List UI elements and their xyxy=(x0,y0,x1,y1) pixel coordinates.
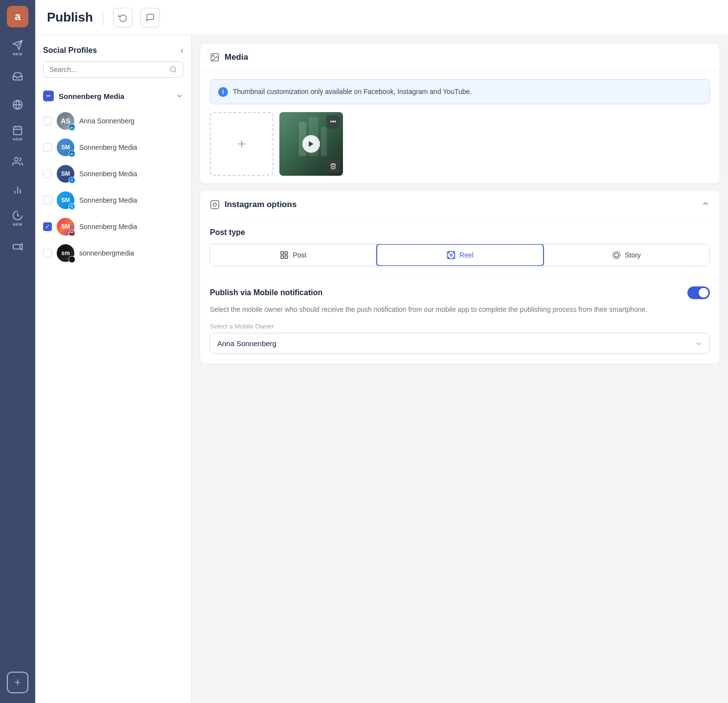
panel-collapse-button[interactable]: ‹ xyxy=(181,45,183,55)
sidebar-item-audience[interactable] xyxy=(5,149,30,174)
svg-rect-20 xyxy=(321,127,327,156)
social-profiles-panel: Social Profiles ‹ − Sonnenberg Media xyxy=(35,35,192,703)
profile-name: Sonnenberg Media xyxy=(79,223,137,231)
group-collapse-button[interactable]: − xyxy=(43,91,54,101)
history-button[interactable] xyxy=(113,8,133,27)
media-card: Media i Thumbnail customization only ava… xyxy=(200,43,720,184)
post-type-section: Post type Post xyxy=(200,219,720,266)
sidebar-item-new-badge: NEW xyxy=(13,52,23,56)
profile-checkbox-2[interactable] xyxy=(43,143,52,152)
profile-checkbox-1[interactable] xyxy=(43,117,52,125)
mobile-notification-toggle[interactable] xyxy=(687,286,710,299)
account-group: − Sonnenberg Media AS in Anna Sonn xyxy=(35,86,191,266)
sidebar-item-video[interactable] xyxy=(5,234,30,259)
profile-name: sonnenbergmedia xyxy=(79,249,134,257)
post-type-reel-button[interactable]: Reel xyxy=(376,244,544,266)
list-item[interactable]: sm ♪ sonnenbergmedia xyxy=(43,240,183,266)
list-item[interactable]: SM in Sonnenberg Media xyxy=(43,135,183,160)
svg-point-32 xyxy=(448,257,449,258)
profile-checkbox-4[interactable] xyxy=(43,196,52,205)
network-badge-linkedin: in xyxy=(68,150,75,157)
grid-icon xyxy=(280,251,289,259)
analytics-icon xyxy=(12,185,23,195)
sidebar-item-calendar[interactable]: NEW xyxy=(5,120,30,146)
avatar: AS in xyxy=(57,112,74,130)
trash-icon xyxy=(330,163,337,169)
instagram-options-card: Instagram options Post type xyxy=(200,190,720,364)
list-item[interactable]: SM 𝕏 Sonnenberg Media xyxy=(43,187,183,213)
media-play-button[interactable] xyxy=(302,135,320,153)
list-item[interactable]: AS in Anna Sonnenberg xyxy=(43,108,183,134)
post-type-story-button[interactable]: Story xyxy=(544,244,709,266)
content-area: Social Profiles ‹ − Sonnenberg Media xyxy=(35,35,728,703)
media-top-bar: ••• xyxy=(326,115,340,129)
video-icon xyxy=(12,241,23,252)
network-badge-twitter: 𝕏 xyxy=(68,203,75,210)
instagram-icon xyxy=(210,200,220,210)
sidebar-item-search[interactable] xyxy=(5,92,30,117)
avatar: SM 📸 xyxy=(57,218,74,235)
group-name: Sonnenberg Media xyxy=(59,92,171,100)
svg-marker-21 xyxy=(309,141,313,147)
svg-rect-26 xyxy=(281,256,284,258)
svg-point-29 xyxy=(450,254,453,257)
profile-name: Sonnenberg Media xyxy=(79,143,137,151)
profile-checkbox-3[interactable] xyxy=(43,169,52,178)
mobile-owner-select[interactable]: Anna Sonnenberg xyxy=(210,333,710,354)
sidebar-item-new[interactable]: NEW xyxy=(5,35,30,61)
network-badge-instagram: 📸 xyxy=(68,230,75,236)
media-delete-button[interactable] xyxy=(326,159,340,173)
right-panel: Media i Thumbnail customization only ava… xyxy=(192,35,728,703)
list-item[interactable]: SM f Sonnenberg Media xyxy=(43,161,183,187)
instagram-card-title: Instagram options xyxy=(225,200,296,210)
profile-checkbox-6[interactable] xyxy=(43,249,52,258)
toggle-thumb xyxy=(699,288,708,298)
sidebar-item-reports[interactable]: NEW xyxy=(5,206,30,231)
globe-icon xyxy=(12,99,23,110)
profile-list: AS in Anna Sonnenberg SM in Sonnenberg M… xyxy=(43,106,183,266)
mobile-owner-label: Select a Mobile Owner xyxy=(210,323,710,330)
panel-title: Social Profiles xyxy=(43,46,97,55)
comments-icon xyxy=(146,13,155,22)
history-icon xyxy=(118,13,127,22)
search-input[interactable] xyxy=(49,66,165,73)
svg-point-8 xyxy=(15,158,18,161)
svg-rect-25 xyxy=(285,252,288,254)
network-badge-linkedin: in xyxy=(68,124,75,131)
post-type-label: Post type xyxy=(200,228,720,237)
account-group-header[interactable]: − Sonnenberg Media xyxy=(43,86,183,106)
sidebar-item-analytics[interactable] xyxy=(5,177,30,203)
svg-rect-27 xyxy=(285,256,288,258)
main-content: Publish Social Profiles ‹ xyxy=(35,0,728,703)
chevron-down-icon xyxy=(695,340,703,348)
profile-checkbox-5[interactable] xyxy=(43,222,52,231)
svg-point-13 xyxy=(170,67,176,72)
media-more-button[interactable]: ••• xyxy=(326,115,340,129)
dashboard-icon xyxy=(12,210,23,221)
svg-rect-12 xyxy=(13,244,20,249)
mobile-notif-description: Select the mobile owner who should recei… xyxy=(210,304,710,315)
svg-rect-28 xyxy=(448,252,455,259)
profile-name: Sonnenberg Media xyxy=(79,196,137,204)
post-type-post-button[interactable]: Post xyxy=(210,244,377,266)
mobile-notif-header: Publish via Mobile notification xyxy=(210,286,710,299)
search-box xyxy=(43,61,183,78)
comments-button[interactable] xyxy=(140,8,160,27)
mobile-notif-title: Publish via Mobile notification xyxy=(210,288,322,297)
sidebar-item-inbox[interactable] xyxy=(5,64,30,89)
media-card-title: Media xyxy=(225,52,248,62)
calendar-icon xyxy=(12,125,23,136)
media-card-body: i Thumbnail customization only available… xyxy=(200,71,720,184)
post-type-selector: Post Reel xyxy=(210,244,710,266)
reel-icon xyxy=(447,251,455,259)
app-logo[interactable]: a xyxy=(7,6,28,27)
sidebar-add-button[interactable]: + xyxy=(7,672,28,693)
instagram-collapse-button[interactable] xyxy=(701,199,710,210)
svg-point-31 xyxy=(453,252,454,253)
sidebar-item-reports-badge: NEW xyxy=(13,222,23,227)
list-item[interactable]: SM 📸 Sonnenberg Media xyxy=(43,214,183,239)
avatar: SM in xyxy=(57,139,74,156)
selected-owner: Anna Sonnenberg xyxy=(217,339,276,348)
media-add-button[interactable]: + xyxy=(210,112,273,176)
svg-point-33 xyxy=(453,257,454,258)
